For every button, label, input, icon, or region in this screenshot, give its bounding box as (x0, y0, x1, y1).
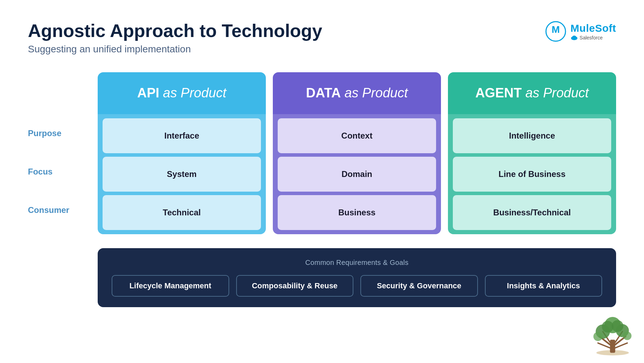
api-column-body: Interface System Technical (98, 114, 266, 234)
label-consumer: Consumer (28, 205, 69, 215)
page-subtitle: Suggesting an unified implementation (28, 44, 322, 55)
mulesoft-logo-icon: M (545, 21, 566, 42)
svg-point-19 (593, 332, 602, 341)
requirements-items: Lifecycle Management Composability & Reu… (112, 275, 602, 297)
label-focus: Focus (28, 167, 53, 177)
columns-area: API as Product Interface System Technica… (98, 72, 616, 234)
row-labels: Purpose Focus Consumer (28, 114, 98, 234)
api-cell-system: System (103, 157, 261, 192)
agent-column-body: Intelligence Line of Business Business/T… (448, 114, 616, 234)
req-composability: Composability & Reuse (236, 275, 354, 297)
api-header-italic: as Product (159, 86, 226, 100)
data-column-body: Context Domain Business (273, 114, 441, 234)
requirements-title: Common Requirements & Goals (112, 259, 602, 267)
svg-rect-7 (610, 340, 615, 353)
main-grid: Purpose Focus Consumer API as Product In… (28, 72, 616, 234)
page-title: Agnostic Approach to Technology (28, 21, 322, 41)
header: Agnostic Approach to Technology Suggesti… (28, 21, 616, 55)
tree-decoration-icon (592, 307, 634, 356)
data-column-header: DATA as Product (273, 72, 441, 114)
requirements-bar: Common Requirements & Goals Lifecycle Ma… (98, 248, 616, 307)
agent-header-text: AGENT as Product (475, 85, 589, 101)
req-lifecycle: Lifecycle Management (112, 275, 229, 297)
header-text: Agnostic Approach to Technology Suggesti… (28, 21, 322, 55)
agent-cell-lob: Line of Business (453, 157, 611, 192)
agent-header-bold: AGENT (475, 86, 522, 100)
api-column-header: API as Product (98, 72, 266, 114)
data-cell-context: Context (278, 118, 436, 153)
api-cell-technical: Technical (103, 195, 261, 230)
svg-point-20 (623, 332, 631, 340)
data-column: DATA as Product Context Domain Business (273, 72, 441, 234)
logo-area: M MuleSoft Salesforce (545, 21, 616, 42)
req-security: Security & Governance (360, 275, 478, 297)
logo-salesforce: Salesforce (570, 35, 616, 40)
label-purpose: Purpose (28, 128, 61, 138)
agent-cell-intelligence: Intelligence (453, 118, 611, 153)
salesforce-cloud-icon (570, 35, 578, 40)
api-header-bold: API (137, 86, 159, 100)
agent-column-header: AGENT as Product (448, 72, 616, 114)
agent-cell-biz-tech: Business/Technical (453, 195, 611, 230)
row-label-consumer: Consumer (28, 191, 98, 229)
logo-brand: MuleSoft (570, 22, 616, 34)
svg-point-18 (612, 320, 623, 332)
agent-column: AGENT as Product Intelligence Line of Bu… (448, 72, 616, 234)
svg-point-5 (572, 36, 576, 39)
row-label-focus: Focus (28, 153, 98, 191)
api-header-text: API as Product (137, 85, 226, 101)
svg-text:M: M (552, 24, 560, 35)
data-header-italic: as Product (341, 86, 408, 100)
logo-text: MuleSoft Salesforce (570, 22, 616, 40)
row-label-purpose: Purpose (28, 114, 98, 153)
data-header-text: DATA as Product (306, 85, 408, 101)
api-column: API as Product Interface System Technica… (98, 72, 266, 234)
data-cell-business: Business (278, 195, 436, 230)
req-insights: Insights & Analytics (485, 275, 602, 297)
data-header-bold: DATA (306, 86, 341, 100)
slide: Agnostic Approach to Technology Suggesti… (0, 0, 644, 363)
data-cell-domain: Domain (278, 157, 436, 192)
api-cell-interface: Interface (103, 118, 261, 153)
agent-header-italic: as Product (522, 86, 589, 100)
